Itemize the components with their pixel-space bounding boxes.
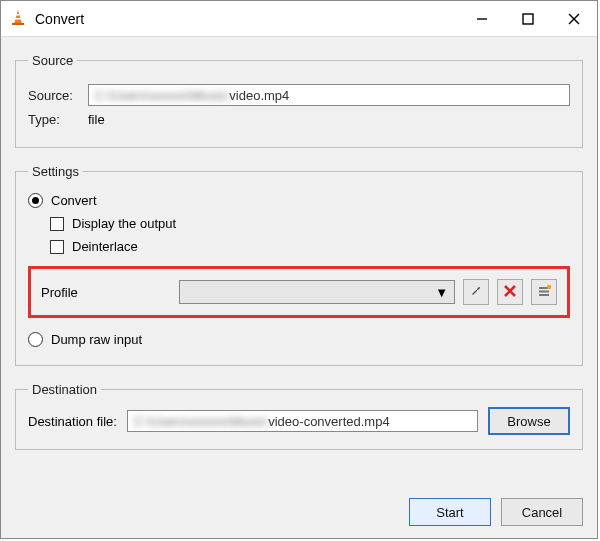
browse-button[interactable]: Browse bbox=[488, 407, 570, 435]
type-label: Type: bbox=[28, 112, 88, 127]
settings-legend: Settings bbox=[28, 164, 83, 179]
x-icon bbox=[503, 284, 517, 301]
chevron-down-icon: ▼ bbox=[435, 285, 448, 300]
cancel-button[interactable]: Cancel bbox=[501, 498, 583, 526]
start-button-label: Start bbox=[436, 505, 463, 520]
profile-row-highlight: Profile ▼ bbox=[28, 266, 570, 318]
convert-radio-label: Convert bbox=[51, 193, 97, 208]
maximize-button[interactable] bbox=[505, 1, 551, 37]
wrench-icon bbox=[469, 284, 483, 301]
svg-marker-0 bbox=[14, 10, 22, 24]
destination-label: Destination file: bbox=[28, 414, 117, 429]
cancel-button-label: Cancel bbox=[522, 505, 562, 520]
settings-group: Settings Convert Display the output Dein… bbox=[15, 164, 583, 366]
deinterlace-checkbox[interactable]: Deinterlace bbox=[50, 239, 138, 254]
profile-combobox[interactable]: ▼ bbox=[179, 280, 455, 304]
svg-rect-5 bbox=[523, 14, 533, 24]
deinterlace-label: Deinterlace bbox=[72, 239, 138, 254]
display-output-checkbox[interactable]: Display the output bbox=[50, 216, 176, 231]
dump-raw-radio[interactable]: Dump raw input bbox=[28, 332, 142, 347]
destination-legend: Destination bbox=[28, 382, 101, 397]
source-label: Source: bbox=[28, 88, 88, 103]
radio-icon bbox=[28, 193, 43, 208]
source-group: Source Source: C:\Users\xxxxxx\Music\vid… bbox=[15, 53, 583, 148]
new-list-icon bbox=[537, 284, 551, 301]
destination-group: Destination Destination file: C:\Users\x… bbox=[15, 382, 583, 450]
new-profile-button[interactable] bbox=[531, 279, 557, 305]
browse-button-label: Browse bbox=[507, 414, 550, 429]
svg-point-13 bbox=[547, 284, 551, 288]
close-button[interactable] bbox=[551, 1, 597, 37]
minimize-button[interactable] bbox=[459, 1, 505, 37]
vlc-cone-icon bbox=[9, 8, 27, 29]
edit-profile-button[interactable] bbox=[463, 279, 489, 305]
destination-path-visible: video-converted.mp4 bbox=[268, 414, 389, 429]
profile-label: Profile bbox=[41, 285, 171, 300]
dialog-footer: Start Cancel bbox=[1, 494, 597, 538]
checkbox-icon bbox=[50, 240, 64, 254]
display-output-label: Display the output bbox=[72, 216, 176, 231]
source-path-input[interactable]: C:\Users\xxxxxx\Music\video.mp4 bbox=[88, 84, 570, 106]
start-button[interactable]: Start bbox=[409, 498, 491, 526]
convert-dialog: Convert Source Source: C:\Users\xxxxxx\M… bbox=[0, 0, 598, 539]
dump-raw-label: Dump raw input bbox=[51, 332, 142, 347]
svg-rect-3 bbox=[12, 23, 24, 25]
svg-rect-12 bbox=[539, 294, 549, 296]
titlebar: Convert bbox=[1, 1, 597, 37]
svg-rect-11 bbox=[539, 290, 549, 292]
checkbox-icon bbox=[50, 217, 64, 231]
destination-path-input[interactable]: C:\Users\xxxxxx\Music\video-converted.mp… bbox=[127, 410, 478, 432]
destination-path-hidden: C:\Users\xxxxxx\Music\ bbox=[134, 414, 268, 429]
radio-icon bbox=[28, 332, 43, 347]
content-area: Source Source: C:\Users\xxxxxx\Music\vid… bbox=[1, 37, 597, 494]
svg-rect-2 bbox=[15, 18, 21, 20]
type-value: file bbox=[88, 112, 105, 127]
convert-radio[interactable]: Convert bbox=[28, 193, 97, 208]
delete-profile-button[interactable] bbox=[497, 279, 523, 305]
source-path-visible: video.mp4 bbox=[229, 88, 289, 103]
svg-rect-1 bbox=[16, 14, 21, 16]
window-title: Convert bbox=[35, 11, 459, 27]
source-legend: Source bbox=[28, 53, 77, 68]
source-path-hidden: C:\Users\xxxxxx\Music\ bbox=[95, 88, 229, 103]
